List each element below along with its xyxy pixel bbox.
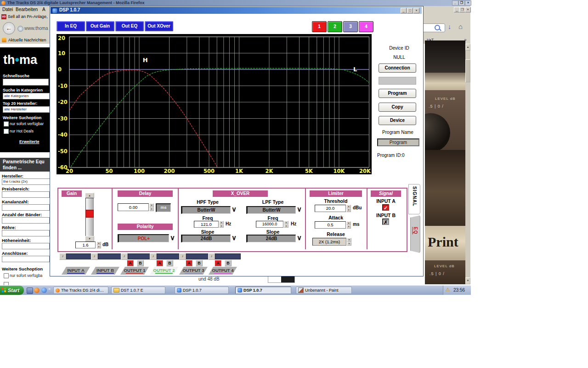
baender-input[interactable] xyxy=(2,217,50,224)
quicksearch-input[interactable] xyxy=(3,79,49,86)
tab-input-a[interactable]: INPUT A xyxy=(62,267,90,275)
minimize-icon[interactable]: _ xyxy=(452,0,458,6)
checkbox-hotdeals[interactable] xyxy=(4,129,9,134)
out-gain-button[interactable]: Out Gain xyxy=(86,21,114,31)
taskbar-button-dsp1[interactable]: DSP 1.0.7 xyxy=(175,287,229,294)
dsp-titlebar[interactable]: DSP 1.0.7 _ □ × xyxy=(51,7,422,14)
advanced-search-link[interactable]: Erweiterte xyxy=(19,139,40,144)
program-button[interactable]: Program xyxy=(379,89,416,98)
input-b-checkbox[interactable]: ✗ xyxy=(382,218,389,225)
minimize-icon[interactable]: _ xyxy=(401,8,407,13)
kanal-input[interactable] xyxy=(2,204,50,211)
hpf-freq-field[interactable]: 121.0 xyxy=(194,221,219,228)
spin-up-icon[interactable]: ▴ xyxy=(219,221,224,224)
spin-down-icon[interactable]: ▾ xyxy=(284,224,288,228)
mute-a-button[interactable]: A xyxy=(127,260,134,266)
warning-tray-icon[interactable]: ⚠ xyxy=(446,287,450,293)
speaker-icon[interactable]: ♪ xyxy=(179,253,186,260)
spin-down-icon[interactable]: ▾ xyxy=(346,208,351,212)
preis-input[interactable] xyxy=(2,191,50,198)
vd-bookmark[interactable]: Sell all an PA-Anlage, xyxy=(8,14,50,19)
spin-up-icon[interactable]: ▴ xyxy=(347,238,351,242)
mute-b-button[interactable]: B xyxy=(225,260,232,266)
taskbar-button-firefox[interactable]: The Tracks DS 2/4 digital... xyxy=(53,287,108,294)
speaker-icon[interactable]: ♪ xyxy=(91,253,98,260)
lpf-type-dropdown[interactable]: ButterW xyxy=(246,206,296,214)
quicklaunch-firefox-icon[interactable] xyxy=(34,288,40,293)
quicklaunch-chevron-icon[interactable]: » xyxy=(48,287,51,291)
scroll-up-icon[interactable]: ▲ xyxy=(465,44,470,51)
close-icon[interactable]: × xyxy=(465,7,471,12)
device-button[interactable]: Device xyxy=(379,116,416,125)
channel-4-button[interactable]: 4 xyxy=(359,21,373,32)
lpf-freq-field[interactable]: 16000.0 xyxy=(256,221,283,228)
hersteller-select[interactable]: the t.racks (2x) xyxy=(2,178,51,185)
speaker-icon[interactable]: ♪ xyxy=(59,253,66,260)
speaker-icon[interactable]: ♪ xyxy=(208,253,215,260)
channel-1-button[interactable]: 1 xyxy=(312,21,327,32)
attack-field[interactable]: 0.5 xyxy=(315,221,346,229)
back-button[interactable]: ← xyxy=(3,22,15,34)
out-eq-button[interactable]: Out EQ xyxy=(115,21,144,31)
chevron-down-icon[interactable]: ∨ xyxy=(232,205,237,213)
hpf-slope-dropdown[interactable]: 24dB xyxy=(181,235,231,242)
spin-up-icon[interactable]: ▴ xyxy=(149,203,154,207)
threshold-field[interactable]: 20.0 xyxy=(315,205,346,212)
scrollbar-thumb[interactable] xyxy=(465,59,470,82)
spin-down-icon[interactable]: ▾ xyxy=(219,224,224,228)
spin-down-icon[interactable]: ▾ xyxy=(149,207,154,212)
speaker-icon[interactable]: ♪ xyxy=(121,253,128,260)
quicklaunch-media-icon[interactable] xyxy=(41,288,47,293)
tab-output-4[interactable]: OUTPUT 4 xyxy=(209,267,237,275)
release-field[interactable]: 2X (1.2ms) xyxy=(312,238,346,246)
threshold-spinner[interactable]: ▴▾ xyxy=(346,205,351,212)
channel-2-button[interactable]: 2 xyxy=(328,21,342,32)
taskbar-button-dsp2[interactable]: DSP 1.0.7 xyxy=(235,287,291,294)
tab-output-3[interactable]: OUTPUT 3 xyxy=(179,267,208,275)
out-xover-button[interactable]: Out XOver xyxy=(145,21,173,31)
mute-b-button[interactable]: B xyxy=(196,260,203,266)
hoehe-input[interactable] xyxy=(2,243,50,249)
maximize-icon[interactable]: □ xyxy=(407,8,413,13)
chevron-down-icon[interactable]: ∨ xyxy=(297,234,302,242)
mute-a-button[interactable]: A xyxy=(186,260,192,266)
taskbar-button-folder[interactable]: DST 1.0.7 E xyxy=(111,287,165,294)
top20-select[interactable]: alle Hersteller xyxy=(3,106,50,113)
firefox-titlebar[interactable]: The Tracks DS 2/4 digitale Lautsprecher … xyxy=(0,0,470,6)
in-eq-button[interactable]: In EQ xyxy=(57,21,85,31)
gain-value-field[interactable]: 1.6 xyxy=(75,242,96,248)
home-icon[interactable]: ⌂ xyxy=(458,23,463,30)
menu-ansicht[interactable]: A xyxy=(42,6,45,13)
polarity-dropdown[interactable]: POL+ xyxy=(118,234,169,242)
connection-button[interactable]: Connection xyxy=(379,63,416,73)
download-arrow-icon[interactable]: ↓ xyxy=(448,23,451,30)
mute-b-button[interactable]: B xyxy=(166,260,173,266)
spin-up-icon[interactable]: ▴ xyxy=(284,221,288,224)
hpf-type-dropdown[interactable]: ButterW xyxy=(181,206,231,214)
page-scrollbar[interactable]: ▲ ▼ xyxy=(465,44,470,284)
spin-up-icon[interactable]: ▴ xyxy=(96,242,101,245)
program-name-field[interactable]: Program xyxy=(377,138,419,146)
taskbar-button-paint[interactable]: Unbenannt - Paint xyxy=(296,287,352,294)
gain-slider[interactable]: ▲ ▼ xyxy=(85,193,94,241)
input-a-checkbox[interactable]: ✓ xyxy=(382,204,389,211)
eq-side-tab[interactable]: EQ xyxy=(410,215,420,253)
lpf-slope-dropdown[interactable]: 24dB xyxy=(246,235,296,242)
spin-down-icon[interactable]: ▾ xyxy=(347,242,351,246)
menu-bearbeiten[interactable]: Bearbeiten xyxy=(16,6,38,13)
chevron-down-icon[interactable]: ∨ xyxy=(297,205,302,213)
signal-side-tab[interactable]: SIGNAL xyxy=(408,184,420,214)
delay-unit-button[interactable]: ms xyxy=(156,203,171,212)
tab-output-2[interactable]: OUTPUT 2 xyxy=(150,267,178,275)
speaker-icon[interactable]: ♪ xyxy=(150,253,157,260)
checkbox-available[interactable] xyxy=(4,121,9,126)
slider-thumb[interactable] xyxy=(85,210,94,218)
gain-spinner[interactable]: ▴▾ xyxy=(96,242,101,248)
delay-spinner[interactable]: ▴▾ xyxy=(149,203,154,211)
mute-a-button[interactable]: A xyxy=(215,260,221,266)
category-select[interactable]: alle Kategorien xyxy=(3,93,50,99)
slider-down-icon[interactable]: ▼ xyxy=(85,236,94,242)
spin-up-icon[interactable]: ▴ xyxy=(346,205,351,208)
menu-datei[interactable]: Datei xyxy=(2,6,13,13)
maximize-icon[interactable]: ❐ xyxy=(458,0,465,6)
